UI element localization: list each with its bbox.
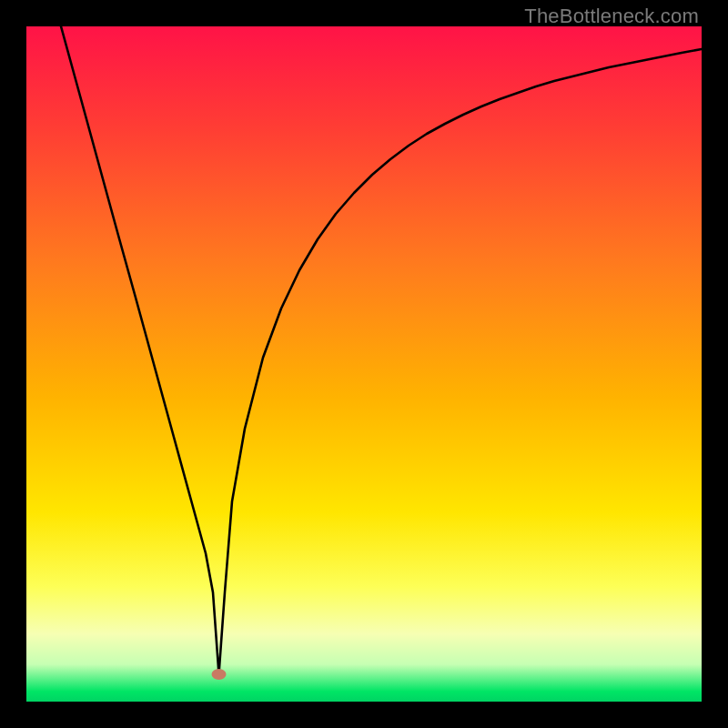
minimum-marker xyxy=(212,669,227,680)
chart-svg xyxy=(26,26,702,702)
watermark-text: TheBottleneck.com xyxy=(524,5,699,28)
chart-frame: TheBottleneck.com xyxy=(0,0,728,728)
gradient-background xyxy=(26,26,702,702)
plot-area xyxy=(26,26,702,702)
